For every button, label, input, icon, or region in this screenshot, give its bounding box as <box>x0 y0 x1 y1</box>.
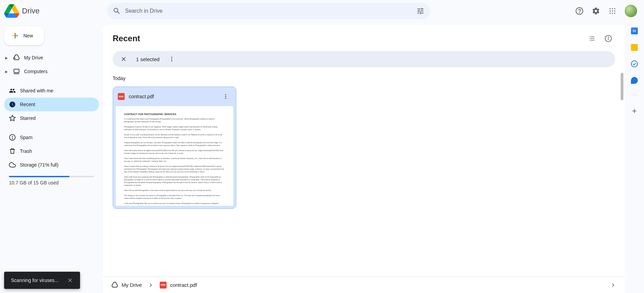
page-title: Recent <box>113 34 140 43</box>
section-label: Today <box>103 73 625 84</box>
apps-icon <box>609 8 616 14</box>
nav: ▶ My Drive ▶ Computers Shared with me Re… <box>0 51 103 172</box>
svg-point-9 <box>612 13 613 14</box>
star-icon <box>9 115 16 122</box>
view-actions <box>585 32 615 45</box>
people-icon <box>9 87 16 94</box>
nav-label: Shared with me <box>20 88 53 93</box>
svg-point-21 <box>171 60 172 61</box>
cloud-icon <box>9 161 16 168</box>
main-header: Recent <box>103 25 625 49</box>
nav-storage[interactable]: Storage (71% full) <box>4 158 99 172</box>
nav-computers[interactable]: ▶ Computers <box>4 65 99 78</box>
selection-bar: 1 selected <box>113 51 615 67</box>
pdf-icon: PDF <box>160 282 167 289</box>
list-icon <box>588 35 595 42</box>
file-card[interactable]: PDF contract.pdf CONTRACT FOR PHOTOGRAPH… <box>113 87 236 209</box>
nav-my-drive[interactable]: ▶ My Drive <box>4 51 99 65</box>
expand-icon[interactable]: ▶ <box>4 56 9 60</box>
selection-more-button[interactable] <box>165 52 179 66</box>
svg-point-19 <box>171 57 172 58</box>
more-vert-icon <box>169 56 175 62</box>
keep-app-icon[interactable] <box>631 44 638 51</box>
breadcrumb-root[interactable]: My Drive <box>111 282 142 289</box>
search-options-icon[interactable] <box>416 7 425 15</box>
svg-point-22 <box>225 94 226 95</box>
svg-point-6 <box>612 10 613 11</box>
nav-label: Recent <box>20 102 35 107</box>
nav-recent[interactable]: Recent <box>4 98 99 111</box>
nav-label: Starred <box>20 115 36 121</box>
file-more-button[interactable] <box>220 91 231 102</box>
toast-message: Scanning for viruses... <box>11 278 59 283</box>
expand-icon[interactable]: ▶ <box>4 70 9 74</box>
help-button[interactable] <box>573 4 586 18</box>
breadcrumb-root-label: My Drive <box>122 282 142 288</box>
svg-point-2 <box>610 8 611 9</box>
nav-starred[interactable]: Starred <box>4 111 99 125</box>
nav-spam[interactable]: Spam <box>4 131 99 144</box>
breadcrumb: My Drive PDF contract.pdf <box>103 277 625 293</box>
contacts-app-icon[interactable] <box>631 77 638 84</box>
svg-point-23 <box>225 96 226 97</box>
account-avatar[interactable] <box>625 5 637 17</box>
drive-icon <box>111 282 118 289</box>
svg-point-24 <box>225 98 226 99</box>
spam-icon <box>9 134 16 141</box>
drive-icon <box>13 54 20 61</box>
svg-point-15 <box>12 138 12 139</box>
help-icon <box>575 7 584 15</box>
toast-close-button[interactable] <box>67 277 73 283</box>
main-content: Recent 1 selected Today PD <box>103 25 625 293</box>
app-name: Drive <box>22 7 39 15</box>
new-button[interactable]: New <box>4 26 44 45</box>
scrollbar[interactable] <box>621 73 623 100</box>
file-thumbnail: CONTRACT FOR PHOTOGRAPHIC SERVICES It is… <box>116 106 233 206</box>
chevron-right-icon <box>610 282 617 289</box>
settings-button[interactable] <box>589 4 603 18</box>
plus-icon <box>11 32 19 40</box>
get-addons-button[interactable]: + <box>632 106 637 116</box>
side-panel: 31 + <box>625 0 644 293</box>
file-card-header: PDF contract.pdf <box>113 87 236 106</box>
svg-point-1 <box>579 13 580 13</box>
breadcrumb-expand[interactable] <box>610 282 617 289</box>
svg-point-18 <box>608 37 608 37</box>
thumb-heading: CONTRACT FOR PHOTOGRAPHIC SERVICES <box>124 113 225 115</box>
app-header: Drive <box>0 0 644 22</box>
close-icon <box>67 277 73 283</box>
breadcrumb-current[interactable]: PDF contract.pdf <box>160 282 197 289</box>
list-view-button[interactable] <box>585 32 599 45</box>
logo-link[interactable]: Drive <box>4 3 107 19</box>
svg-point-8 <box>610 13 611 14</box>
nav-shared[interactable]: Shared with me <box>4 84 99 98</box>
svg-marker-12 <box>10 115 15 121</box>
clock-icon <box>9 101 16 108</box>
more-vert-icon <box>223 93 229 100</box>
toast-notification: Scanning for viruses... <box>4 272 80 289</box>
nav-label: My Drive <box>24 55 43 60</box>
nav-trash[interactable]: Trash <box>4 144 99 158</box>
tasks-app-icon[interactable] <box>631 60 638 67</box>
storage-section: 10.7 GB of 15 GB used <box>0 173 103 185</box>
storage-text: 10.7 GB of 15 GB used <box>9 180 94 185</box>
selection-count: 1 selected <box>136 56 159 62</box>
svg-point-10 <box>614 13 615 14</box>
nav-label: Computers <box>24 69 47 74</box>
new-button-label: New <box>23 33 33 38</box>
svg-rect-11 <box>14 69 19 72</box>
gear-icon <box>592 7 600 15</box>
drive-logo-icon <box>4 3 19 19</box>
chevron-right-icon <box>147 282 154 289</box>
svg-point-3 <box>612 8 613 9</box>
search-input[interactable] <box>125 8 412 14</box>
clear-selection-button[interactable] <box>117 52 131 66</box>
search-bar[interactable] <box>107 3 430 19</box>
file-name: contract.pdf <box>129 94 216 99</box>
info-icon <box>605 35 612 42</box>
search-icon <box>113 7 121 15</box>
calendar-app-icon[interactable]: 31 <box>631 27 638 34</box>
info-button[interactable] <box>601 32 615 45</box>
divider <box>631 95 638 95</box>
apps-button[interactable] <box>606 4 619 18</box>
